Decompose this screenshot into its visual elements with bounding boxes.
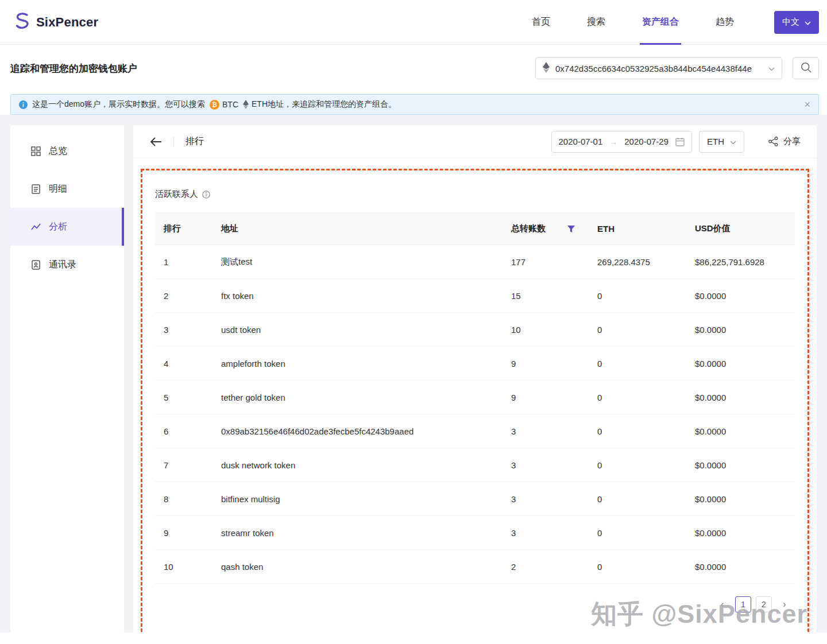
- page-title: 追踪和管理您的加密钱包账户: [10, 62, 137, 75]
- share-button[interactable]: 分享: [768, 136, 801, 147]
- sixpencer-logo-icon: [14, 11, 31, 33]
- info-circle-icon[interactable]: [202, 191, 210, 199]
- table-cell: 10: [155, 550, 212, 584]
- close-icon[interactable]: ×: [804, 99, 810, 110]
- header-usd: USD价值: [686, 213, 795, 245]
- search-button[interactable]: [793, 57, 819, 79]
- pagination-page-2[interactable]: 2: [756, 596, 772, 612]
- table-row: 9streamr token30$0.0000: [155, 516, 795, 550]
- table-cell: 3: [503, 414, 589, 448]
- arrow-left-icon: [150, 137, 162, 146]
- pagination-page-1[interactable]: 1: [735, 596, 751, 612]
- table-cell: ampleforth token: [212, 347, 503, 381]
- table-cell: 3: [503, 516, 589, 550]
- sidebar-item-analysis[interactable]: 分析: [10, 208, 124, 246]
- table-cell: $0.0000: [686, 381, 795, 414]
- table-cell: 0: [589, 550, 686, 584]
- table-cell: 10: [503, 313, 589, 347]
- contacts-icon: [31, 260, 41, 270]
- table-cell: ftx token: [212, 279, 503, 313]
- btc-chip: ₿ BTC: [210, 100, 238, 110]
- table-row: 3usdt token100$0.0000: [155, 313, 795, 347]
- search-icon: [801, 62, 811, 75]
- table-cell: bitfinex multisig: [212, 482, 503, 516]
- sidebar-item-contacts[interactable]: 通讯录: [10, 246, 124, 284]
- table-cell: 0: [589, 448, 686, 482]
- sidebar: 总览 明细 分析 通讯录: [10, 125, 124, 633]
- currency-value: ETH: [707, 137, 724, 146]
- back-button[interactable]: [150, 137, 162, 146]
- table-cell: $0.0000: [686, 313, 795, 347]
- pagination-next-button[interactable]: ›: [776, 596, 793, 612]
- sidebar-item-label: 明细: [49, 183, 67, 195]
- table-cell: 9: [503, 381, 589, 414]
- language-label: 中文: [782, 17, 799, 28]
- table-cell: 1: [155, 245, 212, 279]
- header-address: 地址: [212, 213, 503, 245]
- table-cell: $0.0000: [686, 279, 795, 313]
- table-cell: 2: [155, 279, 212, 313]
- share-label: 分享: [783, 136, 801, 147]
- table-cell: 6: [155, 414, 212, 448]
- grid-icon: [31, 146, 41, 156]
- table-cell: 测试test: [212, 245, 503, 279]
- document-icon: [31, 184, 41, 194]
- table-cell: 3: [503, 482, 589, 516]
- nav-item-portfolio[interactable]: 资产组合: [642, 0, 679, 45]
- wallet-address-select[interactable]: 0x742d35cc6634c0532925a3b844bc454e4438f4…: [535, 57, 782, 79]
- filter-icon[interactable]: [567, 226, 575, 232]
- nav-item-trends[interactable]: 趋势: [716, 0, 734, 45]
- sidebar-item-overview[interactable]: 总览: [10, 132, 124, 170]
- table-cell: 0: [589, 279, 686, 313]
- date-range-picker[interactable]: 2020-07-01 → 2020-07-29: [551, 131, 692, 153]
- sidebar-item-label: 分析: [49, 221, 67, 233]
- table-cell: $0.0000: [686, 448, 795, 482]
- divider: [173, 137, 174, 147]
- table-cell: 0: [589, 482, 686, 516]
- content-card: 排行 2020-07-01 → 2020-07-29 ETH 分享: [133, 125, 817, 633]
- table-row: 8bitfinex multisig30$0.0000: [155, 482, 795, 516]
- table-header-row: 排行 地址 总转账数 ETH USD价值: [155, 213, 795, 245]
- table-cell: 0: [589, 516, 686, 550]
- contacts-table-body: 1测试test177269,228.4375$86,225,791.69282f…: [155, 245, 795, 584]
- subheader: 追踪和管理您的加密钱包账户 0x742d35cc6634c0532925a3b8…: [0, 45, 827, 92]
- nav-item-search[interactable]: 搜索: [587, 0, 605, 45]
- sidebar-item-label: 通讯录: [49, 259, 76, 271]
- sidebar-item-details[interactable]: 明细: [10, 170, 124, 208]
- section-title-row: 活跃联系人: [155, 189, 795, 200]
- brand-logo[interactable]: SixPencer: [14, 11, 98, 33]
- header-eth: ETH: [589, 213, 686, 245]
- brand-name: SixPencer: [36, 15, 98, 30]
- chevron-down-icon: [730, 137, 736, 146]
- table-cell: 4: [155, 347, 212, 381]
- eth-icon: [243, 100, 249, 109]
- table-cell: $0.0000: [686, 414, 795, 448]
- table-cell: 7: [155, 448, 212, 482]
- table-cell: 15: [503, 279, 589, 313]
- table-cell: $0.0000: [686, 347, 795, 381]
- table-cell: 3: [155, 313, 212, 347]
- date-to[interactable]: 2020-07-29: [624, 137, 668, 146]
- info-icon: [19, 100, 28, 109]
- table-row: 10qash token20$0.0000: [155, 550, 795, 584]
- language-button[interactable]: 中文: [774, 11, 819, 34]
- chevron-down-icon: [768, 63, 775, 73]
- table-cell: 8: [155, 482, 212, 516]
- nav-item-home[interactable]: 首页: [532, 0, 550, 45]
- date-from[interactable]: 2020-07-01: [559, 137, 603, 146]
- analytics-highlight-zone: 活跃联系人 排行 地址 总转账数: [141, 169, 809, 633]
- currency-select[interactable]: ETH: [699, 131, 744, 153]
- table-cell: 3: [503, 448, 589, 482]
- table-cell: 269,228.4375: [589, 245, 686, 279]
- table-cell: 0: [589, 347, 686, 381]
- btc-icon: ₿: [210, 100, 219, 110]
- ranking-title: 排行: [186, 135, 204, 148]
- banner-text: 这是一个demo账户，展示实时数据。您可以搜索: [32, 99, 205, 110]
- main-area: 总览 明细 分析 通讯录: [0, 115, 827, 633]
- banner-wrap: 这是一个demo账户，展示实时数据。您可以搜索 ₿ BTC ETH地址，来追踪和…: [0, 92, 827, 115]
- table-cell: 177: [503, 245, 589, 279]
- table-row: 5tether gold token90$0.0000: [155, 381, 795, 414]
- header-transfers: 总转账数: [503, 213, 589, 245]
- table-cell: tether gold token: [212, 381, 503, 414]
- pagination-prev-button[interactable]: ‹: [714, 596, 731, 612]
